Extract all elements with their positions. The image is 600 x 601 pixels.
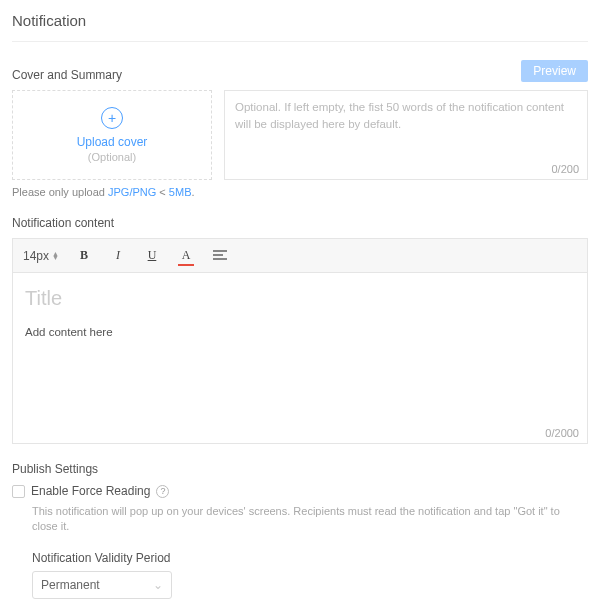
force-reading-label: Enable Force Reading: [31, 484, 150, 498]
summary-textarea[interactable]: Optional. If left empty, the fist 50 wor…: [224, 90, 588, 180]
content-section: Notification content 14px ▲▼ B I U A Tit…: [12, 216, 588, 444]
bold-button[interactable]: B: [75, 247, 93, 265]
sort-icon: ▲▼: [52, 252, 59, 260]
content-section-label: Notification content: [12, 216, 588, 230]
chevron-down-icon: ⌄: [153, 578, 163, 592]
cover-summary-label: Cover and Summary: [12, 68, 122, 82]
preview-button[interactable]: Preview: [521, 60, 588, 82]
validity-period-label: Notification Validity Period: [32, 551, 588, 565]
underline-button[interactable]: U: [143, 247, 161, 265]
text-color-button[interactable]: A: [177, 247, 195, 265]
publish-settings-label: Publish Settings: [12, 462, 588, 476]
upload-hint-size: 5MB: [169, 186, 192, 198]
summary-counter: 0/200: [551, 163, 579, 175]
publish-settings-section: Publish Settings Enable Force Reading ? …: [12, 462, 588, 599]
upload-hint-formats: JPG/PNG: [108, 186, 156, 198]
content-counter: 0/2000: [545, 427, 579, 439]
page-title: Notification: [12, 12, 588, 42]
italic-button[interactable]: I: [109, 247, 127, 265]
upload-cover-label: Upload cover: [77, 135, 148, 149]
upload-cover-box[interactable]: + Upload cover (Optional): [12, 90, 212, 180]
summary-placeholder: Optional. If left empty, the fist 50 wor…: [235, 99, 577, 134]
validity-period-select[interactable]: Permanent ⌄: [32, 571, 172, 599]
help-icon[interactable]: ?: [156, 485, 169, 498]
editor-toolbar: 14px ▲▼ B I U A: [13, 239, 587, 273]
force-reading-desc: This notification will pop up on your de…: [32, 504, 588, 535]
title-input-placeholder: Title: [25, 287, 575, 310]
editor-body[interactable]: Title Add content here 0/2000: [13, 273, 587, 443]
force-reading-checkbox[interactable]: [12, 485, 25, 498]
validity-period-value: Permanent: [41, 578, 100, 592]
editor: 14px ▲▼ B I U A Title Add content here 0…: [12, 238, 588, 444]
content-input-placeholder: Add content here: [25, 326, 575, 338]
plus-icon: +: [101, 107, 123, 129]
align-button[interactable]: [211, 247, 229, 265]
fontsize-select[interactable]: 14px ▲▼: [23, 249, 59, 263]
upload-cover-optional: (Optional): [88, 151, 136, 163]
upload-hint: Please only upload JPG/PNG < 5MB.: [12, 186, 588, 198]
cover-summary-section: Cover and Summary Preview + Upload cover…: [12, 60, 588, 198]
